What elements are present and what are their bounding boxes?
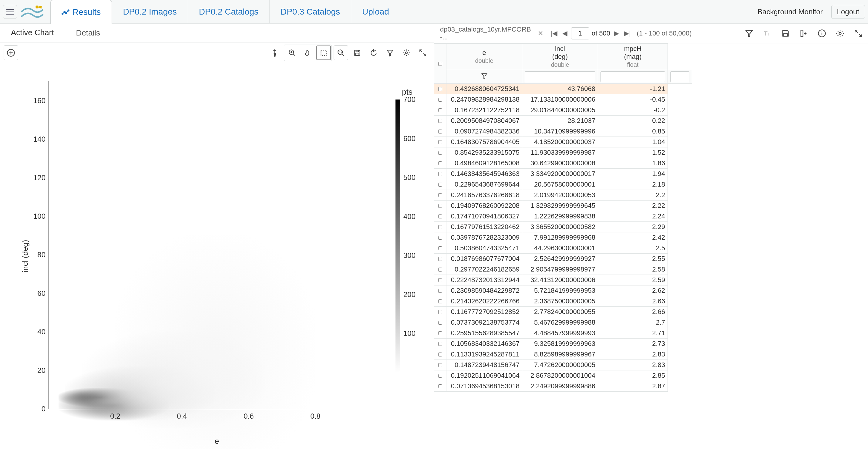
select-all-checkbox[interactable]	[434, 44, 446, 84]
zoom-in-button[interactable]	[285, 46, 299, 60]
row-checkbox[interactable]	[434, 286, 446, 296]
nav-tab-dp0-3-catalogs[interactable]: DP0.3 Catalogs	[270, 0, 351, 23]
row-checkbox[interactable]	[434, 169, 446, 179]
table-info-icon[interactable]	[815, 27, 829, 40]
subtab-active-chart[interactable]: Active Chart	[0, 24, 65, 42]
table-row[interactable]: 0.164830757869044054.1852000000000371.04	[434, 137, 692, 147]
row-checkbox[interactable]	[434, 243, 446, 253]
chart-area[interactable]: 020406080100120140160 0.20.40.60.8 incl …	[0, 63, 434, 449]
logout-button[interactable]: Logout	[831, 5, 865, 19]
row-checkbox[interactable]	[434, 222, 446, 232]
row-checkbox[interactable]	[434, 147, 446, 158]
row-checkbox[interactable]	[434, 190, 446, 201]
background-monitor-link[interactable]: Background Monitor	[752, 5, 828, 19]
table-filter-icon[interactable]	[742, 27, 756, 40]
filter-input-mpcH[interactable]	[670, 71, 689, 82]
table-row[interactable]: 0.259515562893855474.4884579999999932.71	[434, 328, 692, 338]
settings-button[interactable]	[399, 46, 414, 60]
row-checkbox[interactable]	[434, 338, 446, 349]
pan-button[interactable]	[301, 46, 315, 60]
row-checkbox[interactable]	[434, 349, 446, 360]
row-checkbox[interactable]	[434, 253, 446, 264]
row-filter-icon[interactable]	[446, 70, 522, 84]
table-row[interactable]: 0.167232112275211829.018440000000005-0.2	[434, 105, 692, 116]
row-checkbox[interactable]	[434, 126, 446, 137]
col-filter-incl[interactable]	[598, 70, 668, 84]
row-checkbox[interactable]	[434, 84, 446, 94]
table-row[interactable]: 0.2470982898429813817.133100000000006-0.…	[434, 94, 692, 105]
row-checkbox[interactable]	[434, 116, 446, 126]
table-row[interactable]: 0.116777270925128522.7782400000000552.66	[434, 307, 692, 317]
table-row[interactable]: 0.2224873201331294432.4131200000000062.5…	[434, 275, 692, 286]
nav-tab-upload[interactable]: Upload	[351, 0, 400, 23]
row-checkbox[interactable]	[434, 360, 446, 370]
col-filter-e[interactable]	[522, 70, 598, 84]
table-row[interactable]: 0.29770222461826592.90547999999989772.58	[434, 264, 692, 275]
table-row[interactable]: 0.018769860776770042.5264299999999272.55	[434, 253, 692, 264]
expand-button[interactable]	[415, 46, 430, 60]
col-filter-mpcH[interactable]	[668, 70, 692, 84]
row-checkbox[interactable]	[434, 381, 446, 392]
nav-tab-dp0-2-images[interactable]: DP0.2 Images	[112, 0, 188, 23]
nav-tab-dp0-2-catalogs[interactable]: DP0.2 Catalogs	[188, 0, 270, 23]
menu-button[interactable]	[3, 5, 17, 19]
save-button[interactable]	[350, 46, 365, 60]
select-box-button[interactable]	[316, 46, 331, 60]
table-row[interactable]: 0.229654368769964420.567580000000012.18	[434, 179, 692, 190]
table-row[interactable]: 0.039787672823230097.9912899999999682.42	[434, 232, 692, 243]
row-checkbox[interactable]	[434, 158, 446, 169]
add-chart-button[interactable]	[4, 46, 18, 60]
row-checkbox[interactable]	[434, 296, 446, 307]
table-save-icon[interactable]	[779, 27, 792, 40]
pager-first-icon[interactable]: |◀	[549, 28, 559, 38]
table-row[interactable]: 0.498460912816500830.6429900000000081.86	[434, 158, 692, 169]
table-row[interactable]: 0.503860474332547144.296300000000012.5	[434, 243, 692, 253]
table-addcol-icon[interactable]	[797, 27, 810, 40]
row-checkbox[interactable]	[434, 105, 446, 116]
subtab-details[interactable]: Details	[65, 24, 111, 42]
table-row[interactable]: 0.2009508497080406728.210370.22	[434, 116, 692, 126]
col-header-e[interactable]: edouble	[446, 44, 522, 70]
row-checkbox[interactable]	[434, 275, 446, 286]
table-row[interactable]: 0.432688060472534143.76068-1.21	[434, 84, 692, 94]
table-settings-icon[interactable]	[833, 27, 847, 40]
table-row[interactable]: 0.854293523391507511.9303399999999871.52	[434, 147, 692, 158]
table-row[interactable]: 0.146384356459463633.33492000000000171.9…	[434, 169, 692, 179]
table-row[interactable]: 0.167797615132204623.36552000000005822.2…	[434, 222, 692, 232]
data-table[interactable]: edoubleincl(deg)doublempcH(mag)float 0.4…	[434, 43, 692, 392]
table-row[interactable]: 0.192025110690410642.86782000000010042.8…	[434, 370, 692, 381]
zoom-reset-button[interactable]: 1X	[334, 46, 348, 60]
table-row[interactable]: 0.090727498438233610.347109999999960.85	[434, 126, 692, 137]
nav-tab-results[interactable]: Results	[50, 0, 112, 24]
reload-button[interactable]	[366, 46, 381, 60]
filter-input-e[interactable]	[525, 71, 595, 82]
row-checkbox[interactable]	[434, 94, 446, 105]
table-row[interactable]: 0.194097682600922081.32982999999996452.2…	[434, 201, 692, 211]
table-text-icon[interactable]: TT	[761, 27, 774, 40]
pager-page-input[interactable]	[571, 27, 589, 39]
filter-button[interactable]	[383, 46, 397, 60]
filter-input-incl[interactable]	[600, 71, 665, 82]
pin-button[interactable]	[268, 46, 282, 60]
table-row[interactable]: 0.174710709418063271.2226299999998382.24	[434, 211, 692, 222]
pager-next-icon[interactable]: ▶	[613, 28, 620, 38]
pager-prev-icon[interactable]: ◀	[561, 28, 569, 38]
table-tab[interactable]: dp03_catalogs_10yr.MPCORB -... ✕	[437, 24, 546, 43]
close-tab-icon[interactable]: ✕	[538, 29, 543, 37]
table-row[interactable]: 0.241857633762686182.0199420000000532.2	[434, 190, 692, 201]
row-checkbox[interactable]	[434, 370, 446, 381]
table-row[interactable]: 0.113319392452878118.8259899999999672.83	[434, 349, 692, 360]
table-row[interactable]: 0.14872394481567477.4726200000000052.83	[434, 360, 692, 370]
row-checkbox[interactable]	[434, 328, 446, 338]
table-row[interactable]: 0.105683403321463679.3258199999999632.73	[434, 338, 692, 349]
row-checkbox[interactable]	[434, 179, 446, 190]
table-row[interactable]: 0.071369453681530182.24920999999998862.8…	[434, 381, 692, 392]
row-checkbox[interactable]	[434, 137, 446, 147]
table-row[interactable]: 0.214326202222667662.3687500000000052.66	[434, 296, 692, 307]
table-row[interactable]: 0.073730921387537745.4676299999999882.7	[434, 317, 692, 328]
row-checkbox[interactable]	[434, 264, 446, 275]
col-header-mpcH[interactable]: mpcH(mag)float	[598, 44, 668, 70]
row-checkbox[interactable]	[434, 232, 446, 243]
pager-last-icon[interactable]: ▶|	[623, 28, 632, 38]
row-checkbox[interactable]	[434, 211, 446, 222]
